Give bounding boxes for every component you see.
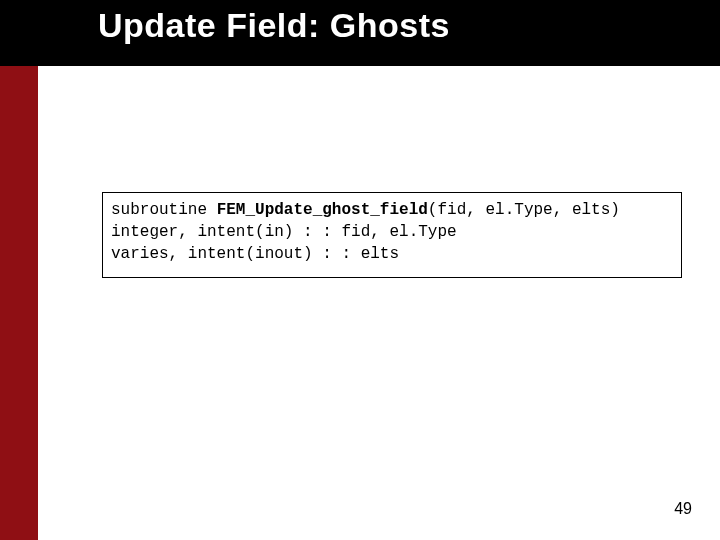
- code-box: subroutine FEM_Update_ghost_field(fid, e…: [102, 192, 682, 278]
- code-line-2: integer, intent(in) : : fid, el.Type: [111, 221, 673, 243]
- code-line-1-pre: subroutine: [111, 201, 217, 219]
- slide: Update Field: Ghosts subroutine FEM_Upda…: [0, 0, 720, 540]
- code-line-1: subroutine FEM_Update_ghost_field(fid, e…: [111, 199, 673, 221]
- slide-title: Update Field: Ghosts: [98, 6, 450, 45]
- code-line-3: varies, intent(inout) : : elts: [111, 243, 673, 265]
- code-line-1-func: FEM_Update_ghost_field: [217, 201, 428, 219]
- left-accent-bar: [0, 0, 38, 540]
- page-number: 49: [674, 500, 692, 518]
- code-line-1-post: (fid, el.Type, elts): [428, 201, 620, 219]
